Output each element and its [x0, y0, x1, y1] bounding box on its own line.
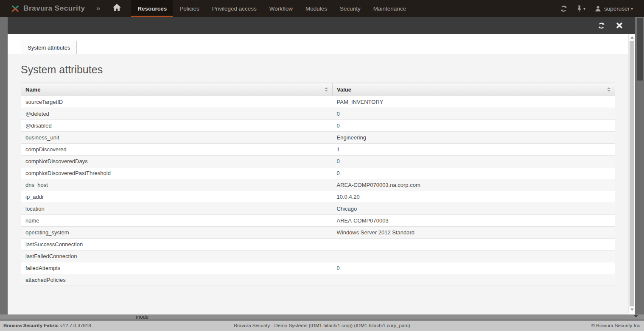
user-icon: [595, 6, 601, 12]
table-row: failedAttempts0: [21, 262, 615, 274]
nav-item-policies[interactable]: Policies: [173, 0, 206, 17]
attribute-value-cell: [333, 239, 615, 250]
scrollbar-up-icon[interactable]: [629, 34, 635, 41]
attribute-name-cell: ip_addr: [21, 191, 333, 203]
user-menu[interactable]: superuser ▾: [595, 6, 633, 12]
table-row: business_unitEngineering: [21, 132, 615, 144]
column-header-value-label: Value: [337, 86, 351, 93]
attribute-name-cell: compNotDiscoveredDays: [21, 156, 333, 167]
table-header-row: Name Value: [21, 83, 615, 96]
attribute-value-cell: 10.0.4.20: [333, 191, 615, 203]
attribute-value-cell: Chicago: [333, 203, 615, 215]
attribute-value-cell: 0: [333, 108, 615, 120]
attribute-name-cell: @deleted: [21, 108, 333, 120]
nav-utilities: ▾ superuser ▾: [560, 0, 644, 17]
nav-item-label: Security: [340, 6, 361, 12]
attribute-name-cell: dns_host: [21, 179, 333, 191]
attribute-value-cell: 0: [333, 156, 615, 167]
table-row: compDiscovered1: [21, 144, 615, 156]
sort-icon[interactable]: [324, 86, 329, 92]
nav-item-modules[interactable]: Modules: [299, 0, 333, 17]
table-row: compNotDiscoveredDays0: [21, 156, 615, 167]
dialog-close-icon[interactable]: [616, 22, 622, 28]
dialog-scrollbar: [628, 34, 635, 313]
footer-copyright: © Bravura Security Inc.: [591, 323, 641, 328]
expand-menu-chevron-icon[interactable]: »: [96, 4, 100, 13]
attribute-value-cell: PAM_INVENTORY: [333, 96, 615, 108]
background-partial-text: mode: [136, 314, 148, 320]
attribute-name-cell: attachedPolicies: [21, 274, 333, 286]
attribute-value-cell: 1: [333, 144, 615, 156]
background-scrollbar-down-icon: [634, 315, 638, 317]
dialog-titlebar: [8, 17, 635, 34]
nav-item-security[interactable]: Security: [333, 0, 367, 17]
table-row: @disabled0: [21, 120, 615, 132]
table-row: locationChicago: [21, 203, 615, 215]
dialog-body: System attributes System attributes Name: [8, 34, 635, 314]
nav-item-label: Resources: [137, 6, 167, 12]
tab-system-attributes[interactable]: System attributes: [21, 41, 77, 54]
tab-panel: System attributes Name: [8, 54, 628, 314]
table-row: compNotDiscoveredPastThreshold0: [21, 167, 615, 179]
sort-icon[interactable]: [606, 86, 611, 92]
chevron-down-icon: ▾: [583, 6, 585, 11]
brand-name: Bravura Security: [23, 4, 85, 13]
home-icon[interactable]: [109, 1, 125, 16]
pin-menu-icon[interactable]: ▾: [577, 5, 585, 12]
user-name: superuser: [604, 6, 630, 12]
table-row: sourceTargetIDPAM_INVENTORY: [21, 96, 615, 108]
attribute-value-cell: 0: [333, 262, 615, 274]
attribute-value-cell: AREA-COMP070003.na.corp.com: [333, 179, 615, 191]
attribute-value-cell: Windows Server 2012 Standard: [333, 227, 615, 239]
column-header-value[interactable]: Value: [333, 83, 615, 96]
page-title: System attributes: [21, 54, 628, 83]
table-row: @deleted0: [21, 108, 615, 120]
table-row: attachedPolicies: [21, 274, 615, 286]
attribute-name-cell: compNotDiscoveredPastThreshold: [21, 167, 333, 179]
tab-strip: System attributes: [8, 34, 628, 54]
dialog-content: System attributes System attributes Name: [8, 34, 628, 314]
attribute-name-cell: location: [21, 203, 333, 215]
refresh-icon[interactable]: [560, 5, 567, 12]
top-navigation-bar: Bravura Security » Resources Policies Pr…: [0, 0, 644, 17]
table-row: nameAREA-COMP070003: [21, 215, 615, 227]
footer-environment: Bravura Security - Demo Systems (IDM1.hi…: [0, 323, 644, 328]
attribute-value-cell: [333, 250, 615, 262]
attribute-name-cell: sourceTargetID: [21, 96, 333, 108]
nav-item-label: Maintenance: [373, 6, 406, 12]
nav-item-label: Privileged access: [212, 6, 257, 12]
brand-logo[interactable]: Bravura Security: [0, 0, 85, 17]
attribute-value-cell: 0: [333, 167, 615, 179]
dialog-refresh-icon[interactable]: [598, 22, 605, 29]
attributes-table-body: sourceTargetIDPAM_INVENTORY@deleted0@dis…: [21, 96, 615, 286]
system-attributes-dialog: System attributes System attributes Name: [8, 17, 635, 314]
nav-item-workflow[interactable]: Workflow: [263, 0, 299, 17]
attribute-name-cell: operating_system: [21, 227, 333, 239]
nav-item-label: Policies: [179, 6, 199, 12]
dimmed-background-row: mode: [0, 314, 644, 320]
attribute-name-cell: compDiscovered: [21, 144, 333, 156]
attribute-name-cell: business_unit: [21, 132, 333, 144]
attribute-name-cell: lastFailedConnection: [21, 250, 333, 262]
table-row: lastSuccessConnection: [21, 239, 615, 250]
nav-item-maintenance[interactable]: Maintenance: [367, 0, 412, 17]
attributes-table: Name Value sou: [21, 83, 615, 286]
table-row: operating_systemWindows Server 2012 Stan…: [21, 227, 615, 239]
main-nav: Resources Policies Privileged access Wor…: [131, 0, 412, 17]
scrollbar-thumb[interactable]: [630, 41, 634, 306]
attribute-name-cell: name: [21, 215, 333, 227]
attribute-name-cell: lastSuccessConnection: [21, 239, 333, 250]
column-header-name[interactable]: Name: [21, 83, 333, 96]
attribute-value-cell: [333, 274, 615, 286]
nav-item-resources[interactable]: Resources: [131, 0, 173, 17]
attribute-value-cell: AREA-COMP070003: [333, 215, 615, 227]
chevron-down-icon: ▾: [631, 6, 633, 11]
nav-item-privileged-access[interactable]: Privileged access: [206, 0, 263, 17]
status-footer: Bravura Security Fabricv12.7.0.37818 Bra…: [0, 320, 644, 331]
scrollbar-down-icon[interactable]: [629, 306, 635, 313]
attribute-value-cell: 0: [333, 120, 615, 132]
column-header-name-label: Name: [25, 86, 40, 93]
table-row: lastFailedConnection: [21, 250, 615, 262]
table-row: dns_hostAREA-COMP070003.na.corp.com: [21, 179, 615, 191]
attribute-name-cell: failedAttempts: [21, 262, 333, 274]
